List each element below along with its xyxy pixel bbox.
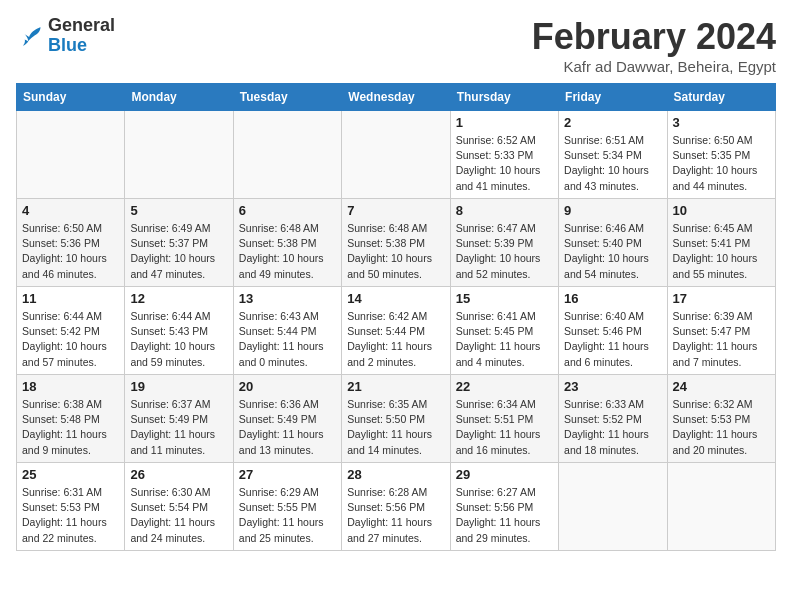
calendar-cell: 17Sunrise: 6:39 AM Sunset: 5:47 PM Dayli… — [667, 287, 775, 375]
calendar-cell: 23Sunrise: 6:33 AM Sunset: 5:52 PM Dayli… — [559, 375, 667, 463]
day-number: 7 — [347, 203, 444, 218]
day-number: 26 — [130, 467, 227, 482]
calendar-cell: 10Sunrise: 6:45 AM Sunset: 5:41 PM Dayli… — [667, 199, 775, 287]
calendar-cell: 9Sunrise: 6:46 AM Sunset: 5:40 PM Daylig… — [559, 199, 667, 287]
day-number: 23 — [564, 379, 661, 394]
col-header-saturday: Saturday — [667, 84, 775, 111]
day-number: 14 — [347, 291, 444, 306]
day-info: Sunrise: 6:46 AM Sunset: 5:40 PM Dayligh… — [564, 221, 661, 282]
day-number: 6 — [239, 203, 336, 218]
logo: General Blue — [16, 16, 115, 56]
day-info: Sunrise: 6:34 AM Sunset: 5:51 PM Dayligh… — [456, 397, 553, 458]
day-number: 24 — [673, 379, 770, 394]
day-info: Sunrise: 6:31 AM Sunset: 5:53 PM Dayligh… — [22, 485, 119, 546]
day-info: Sunrise: 6:27 AM Sunset: 5:56 PM Dayligh… — [456, 485, 553, 546]
calendar-cell: 12Sunrise: 6:44 AM Sunset: 5:43 PM Dayli… — [125, 287, 233, 375]
day-number: 25 — [22, 467, 119, 482]
month-title: February 2024 — [532, 16, 776, 58]
day-info: Sunrise: 6:44 AM Sunset: 5:43 PM Dayligh… — [130, 309, 227, 370]
day-number: 22 — [456, 379, 553, 394]
day-info: Sunrise: 6:35 AM Sunset: 5:50 PM Dayligh… — [347, 397, 444, 458]
day-info: Sunrise: 6:49 AM Sunset: 5:37 PM Dayligh… — [130, 221, 227, 282]
day-number: 8 — [456, 203, 553, 218]
calendar-cell: 25Sunrise: 6:31 AM Sunset: 5:53 PM Dayli… — [17, 463, 125, 551]
calendar-cell: 6Sunrise: 6:48 AM Sunset: 5:38 PM Daylig… — [233, 199, 341, 287]
day-info: Sunrise: 6:39 AM Sunset: 5:47 PM Dayligh… — [673, 309, 770, 370]
day-info: Sunrise: 6:52 AM Sunset: 5:33 PM Dayligh… — [456, 133, 553, 194]
calendar-week-row: 25Sunrise: 6:31 AM Sunset: 5:53 PM Dayli… — [17, 463, 776, 551]
day-info: Sunrise: 6:50 AM Sunset: 5:35 PM Dayligh… — [673, 133, 770, 194]
calendar-table: SundayMondayTuesdayWednesdayThursdayFrid… — [16, 83, 776, 551]
day-info: Sunrise: 6:28 AM Sunset: 5:56 PM Dayligh… — [347, 485, 444, 546]
day-number: 15 — [456, 291, 553, 306]
day-number: 4 — [22, 203, 119, 218]
day-info: Sunrise: 6:33 AM Sunset: 5:52 PM Dayligh… — [564, 397, 661, 458]
calendar-cell: 29Sunrise: 6:27 AM Sunset: 5:56 PM Dayli… — [450, 463, 558, 551]
calendar-cell: 22Sunrise: 6:34 AM Sunset: 5:51 PM Dayli… — [450, 375, 558, 463]
day-info: Sunrise: 6:48 AM Sunset: 5:38 PM Dayligh… — [239, 221, 336, 282]
day-number: 13 — [239, 291, 336, 306]
day-info: Sunrise: 6:37 AM Sunset: 5:49 PM Dayligh… — [130, 397, 227, 458]
day-number: 10 — [673, 203, 770, 218]
calendar-cell: 7Sunrise: 6:48 AM Sunset: 5:38 PM Daylig… — [342, 199, 450, 287]
day-number: 2 — [564, 115, 661, 130]
calendar-cell: 3Sunrise: 6:50 AM Sunset: 5:35 PM Daylig… — [667, 111, 775, 199]
day-info: Sunrise: 6:41 AM Sunset: 5:45 PM Dayligh… — [456, 309, 553, 370]
calendar-cell — [17, 111, 125, 199]
title-block: February 2024 Kafr ad Dawwar, Beheira, E… — [532, 16, 776, 75]
calendar-week-row: 11Sunrise: 6:44 AM Sunset: 5:42 PM Dayli… — [17, 287, 776, 375]
calendar-cell: 1Sunrise: 6:52 AM Sunset: 5:33 PM Daylig… — [450, 111, 558, 199]
logo-bird-icon — [16, 22, 44, 50]
col-header-thursday: Thursday — [450, 84, 558, 111]
day-number: 18 — [22, 379, 119, 394]
day-number: 27 — [239, 467, 336, 482]
day-number: 20 — [239, 379, 336, 394]
day-number: 17 — [673, 291, 770, 306]
calendar-cell: 19Sunrise: 6:37 AM Sunset: 5:49 PM Dayli… — [125, 375, 233, 463]
day-info: Sunrise: 6:45 AM Sunset: 5:41 PM Dayligh… — [673, 221, 770, 282]
col-header-wednesday: Wednesday — [342, 84, 450, 111]
col-header-sunday: Sunday — [17, 84, 125, 111]
day-number: 5 — [130, 203, 227, 218]
calendar-cell: 16Sunrise: 6:40 AM Sunset: 5:46 PM Dayli… — [559, 287, 667, 375]
calendar-cell — [667, 463, 775, 551]
day-info: Sunrise: 6:43 AM Sunset: 5:44 PM Dayligh… — [239, 309, 336, 370]
col-header-tuesday: Tuesday — [233, 84, 341, 111]
calendar-cell: 8Sunrise: 6:47 AM Sunset: 5:39 PM Daylig… — [450, 199, 558, 287]
day-number: 12 — [130, 291, 227, 306]
day-info: Sunrise: 6:30 AM Sunset: 5:54 PM Dayligh… — [130, 485, 227, 546]
calendar-header-row: SundayMondayTuesdayWednesdayThursdayFrid… — [17, 84, 776, 111]
calendar-cell: 13Sunrise: 6:43 AM Sunset: 5:44 PM Dayli… — [233, 287, 341, 375]
calendar-cell: 11Sunrise: 6:44 AM Sunset: 5:42 PM Dayli… — [17, 287, 125, 375]
day-info: Sunrise: 6:38 AM Sunset: 5:48 PM Dayligh… — [22, 397, 119, 458]
calendar-cell: 21Sunrise: 6:35 AM Sunset: 5:50 PM Dayli… — [342, 375, 450, 463]
calendar-cell: 15Sunrise: 6:41 AM Sunset: 5:45 PM Dayli… — [450, 287, 558, 375]
day-info: Sunrise: 6:44 AM Sunset: 5:42 PM Dayligh… — [22, 309, 119, 370]
calendar-cell: 26Sunrise: 6:30 AM Sunset: 5:54 PM Dayli… — [125, 463, 233, 551]
day-info: Sunrise: 6:47 AM Sunset: 5:39 PM Dayligh… — [456, 221, 553, 282]
calendar-cell: 2Sunrise: 6:51 AM Sunset: 5:34 PM Daylig… — [559, 111, 667, 199]
day-number: 1 — [456, 115, 553, 130]
calendar-cell: 20Sunrise: 6:36 AM Sunset: 5:49 PM Dayli… — [233, 375, 341, 463]
calendar-cell: 4Sunrise: 6:50 AM Sunset: 5:36 PM Daylig… — [17, 199, 125, 287]
day-info: Sunrise: 6:32 AM Sunset: 5:53 PM Dayligh… — [673, 397, 770, 458]
calendar-cell — [342, 111, 450, 199]
day-number: 9 — [564, 203, 661, 218]
calendar-cell — [559, 463, 667, 551]
calendar-cell — [233, 111, 341, 199]
day-number: 29 — [456, 467, 553, 482]
calendar-cell: 14Sunrise: 6:42 AM Sunset: 5:44 PM Dayli… — [342, 287, 450, 375]
calendar-week-row: 4Sunrise: 6:50 AM Sunset: 5:36 PM Daylig… — [17, 199, 776, 287]
day-number: 16 — [564, 291, 661, 306]
day-number: 28 — [347, 467, 444, 482]
day-number: 11 — [22, 291, 119, 306]
day-info: Sunrise: 6:40 AM Sunset: 5:46 PM Dayligh… — [564, 309, 661, 370]
logo-text: General Blue — [48, 16, 115, 56]
calendar-cell: 5Sunrise: 6:49 AM Sunset: 5:37 PM Daylig… — [125, 199, 233, 287]
calendar-cell — [125, 111, 233, 199]
day-info: Sunrise: 6:50 AM Sunset: 5:36 PM Dayligh… — [22, 221, 119, 282]
day-info: Sunrise: 6:42 AM Sunset: 5:44 PM Dayligh… — [347, 309, 444, 370]
col-header-monday: Monday — [125, 84, 233, 111]
day-number: 3 — [673, 115, 770, 130]
page-header: General Blue February 2024 Kafr ad Dawwa… — [16, 16, 776, 75]
